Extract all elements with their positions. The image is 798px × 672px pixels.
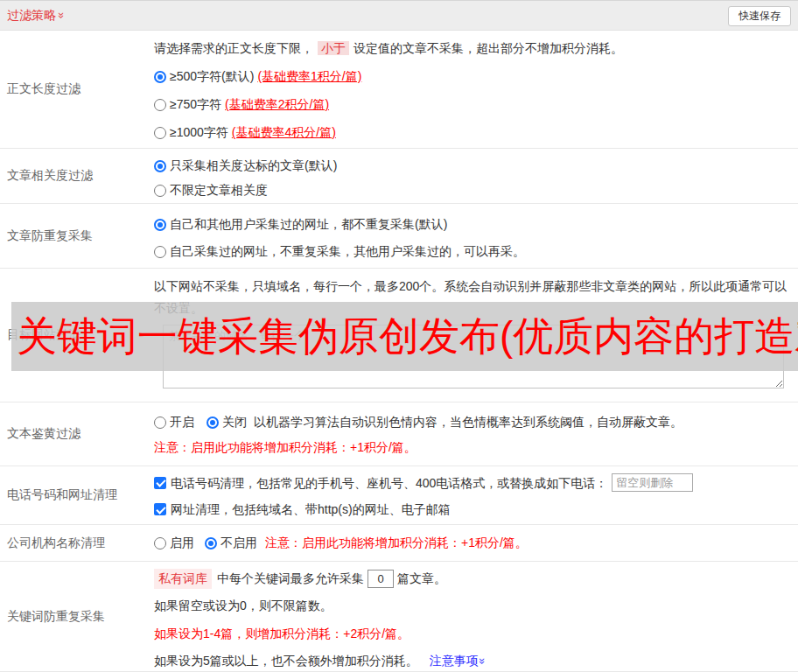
radio-selected-icon[interactable] (154, 160, 166, 172)
phone-clean-option[interactable]: 电话号码清理，包括常见的手机号、座机号、400电话格式，或替换成如下电话： (154, 473, 798, 492)
dedup-body: 自己和其他用户采集过的网址，都不重复采集(默认) 自己采集过的网址，不重复采集，… (154, 204, 798, 268)
radio-option-relevance-strict[interactable]: 只采集相关度达标的文章(默认) (154, 158, 798, 174)
radio-selected-icon[interactable] (154, 71, 166, 83)
company-clean-body: 启用 不启用 注意：启用此功能将增加积分消耗：+1积分/篇。 (154, 525, 798, 561)
notes-link-text: 注意事项 (430, 652, 479, 670)
option-label: 电话号码清理，包括常见的手机号、座机号、400电话格式，或替换成如下电话： (171, 474, 607, 492)
relevance-body: 只采集相关度达标的文章(默认) 不限定文章相关度 (154, 149, 798, 203)
section-label-text: 文本鉴黄过滤 (7, 426, 80, 442)
radio-option-porn-off[interactable]: 关闭 (206, 414, 247, 430)
option-label: 网址清理，包括纯域名、带http(s)的网址、电子邮箱 (171, 500, 451, 518)
section-label-text: 关键词防重复采集 (7, 609, 105, 625)
keyword-dedup-note-3-row: 如果设为5篇或以上，也不会额外增加积分消耗。 注意事项 » (154, 652, 798, 670)
replacement-phone-input[interactable] (612, 473, 693, 492)
chevron-down-icon: » (56, 12, 67, 18)
radio-option-dedup-global[interactable]: 自己和其他用户采集过的网址，都不重复采集(默认) (154, 216, 798, 233)
radio-option-company-off[interactable]: 不启用 (205, 535, 257, 551)
section-label-text: 文章防重复采集 (7, 228, 93, 244)
section-label-text: 正文长度过滤 (7, 81, 80, 97)
topbar: 过滤策略 » 快速保存 (0, 0, 798, 31)
option-label: ≥750字符 (170, 96, 221, 113)
radio-option-dedup-own[interactable]: 自己采集过的网址，不重复采集，其他用户采集过的，可以再采。 (154, 243, 798, 260)
section-label-text: 公司机构名称清理 (7, 536, 105, 551)
section-content-length: 正文长度过滤 请选择需求的正文长度下限，小于设定值的文章不采集，超出部分不增加积… (0, 31, 798, 149)
count-row-text: 中每个关键词最多允许采集 (217, 570, 364, 588)
porn-filter-description: 以机器学习算法自动识别色情内容，当色情概率达到系统阈值，自动屏蔽文章。 (254, 414, 682, 430)
option-fee-note: (基础费率4积分/篇) (232, 124, 336, 141)
keyword-dedup-body: 私有词库 中每个关键词最多允许采集 篇文章。 如果留空或设为0，则不限篇数。 如… (154, 562, 798, 671)
section-dedup: 文章防重复采集 自己和其他用户采集过的网址，都不重复采集(默认) 自己采集过的网… (0, 204, 798, 269)
section-label-text: 文章相关度过滤 (7, 168, 93, 184)
private-lexicon-badge: 私有词库 (154, 569, 212, 589)
option-fee-note: (基础费率2积分/篇) (225, 96, 329, 113)
company-clean-note: 注意：启用此功能将增加积分消耗：+1积分/篇。 (265, 535, 528, 551)
relevance-label: 文章相关度过滤 (0, 149, 154, 203)
radio-option-length-750[interactable]: ≥750字符 (基础费率2积分/篇) (154, 96, 798, 113)
url-clean-option[interactable]: 网址清理，包括纯域名、带http(s)的网址、电子邮箱 (154, 500, 798, 518)
option-label: ≥500字符(默认) (170, 68, 254, 85)
intro-text-pre: 请选择需求的正文长度下限， (154, 41, 313, 55)
site-filter-body: 以下网站不采集，只填域名，每行一个，最多200个。系统会自动识别并屏蔽那些非文章… (154, 269, 798, 402)
radio-unselected-icon[interactable] (154, 127, 166, 139)
radio-option-relevance-any[interactable]: 不限定文章相关度 (154, 182, 798, 199)
keyword-dedup-note-3: 如果设为5篇或以上，也不会额外增加积分消耗。 (154, 652, 418, 670)
section-keyword-dedup: 关键词防重复采集 私有词库 中每个关键词最多允许采集 篇文章。 如果留空或设为0… (0, 562, 798, 672)
company-clean-options: 启用 不启用 注意：启用此功能将增加积分消耗：+1积分/篇。 (154, 535, 798, 551)
intro-text-post: 设定值的文章不采集，超出部分不增加积分消耗。 (354, 41, 623, 55)
radio-unselected-icon[interactable] (154, 246, 166, 258)
section-relevance: 文章相关度过滤 只采集相关度达标的文章(默认) 不限定文章相关度 (0, 149, 798, 204)
radio-unselected-icon[interactable] (154, 99, 166, 111)
option-label: 不限定文章相关度 (170, 182, 268, 199)
chevron-down-icon: » (477, 658, 488, 664)
checkbox-checked-icon[interactable] (154, 503, 166, 515)
filter-strategy-title-toggle[interactable]: 过滤策略 » (7, 8, 65, 24)
porn-filter-label: 文本鉴黄过滤 (0, 402, 154, 466)
page-title: 过滤策略 (7, 8, 56, 24)
option-label: 启用 (170, 535, 194, 551)
radio-option-length-500[interactable]: ≥500字符(默认) (基础费率1积分/篇) (154, 68, 798, 85)
site-filter-label: 目标网站过滤 (0, 269, 154, 402)
company-clean-label: 公司机构名称清理 (0, 525, 154, 561)
content-length-body: 请选择需求的正文长度下限，小于设定值的文章不采集，超出部分不增加积分消耗。 ≥5… (154, 31, 798, 148)
max-articles-input[interactable] (368, 570, 394, 588)
phone-url-clean-body: 电话号码清理，包括常见的手机号、座机号、400电话格式，或替换成如下电话： 网址… (154, 466, 798, 524)
filter-strategy-page: 过滤策略 » 快速保存 正文长度过滤 请选择需求的正文长度下限，小于设定值的文章… (0, 0, 798, 672)
section-label-text: 电话号码和网址清理 (7, 487, 117, 503)
radio-option-length-1000[interactable]: ≥1000字符 (基础费率4积分/篇) (154, 124, 798, 141)
content-length-intro: 请选择需求的正文长度下限，小于设定值的文章不采集，超出部分不增加积分消耗。 (154, 31, 798, 57)
option-label: 关闭 (222, 414, 247, 430)
blocked-domains-textarea[interactable] (163, 325, 784, 388)
less-than-badge: 小于 (318, 41, 349, 55)
radio-unselected-icon[interactable] (154, 416, 166, 429)
porn-filter-options: 开启 关闭 以机器学习算法自动识别色情内容，当色情概率达到系统阈值，自动屏蔽文章… (154, 414, 798, 430)
section-company-clean: 公司机构名称清理 启用 不启用 注意：启用此功能将增加积分消耗：+1积分/篇。 (0, 525, 798, 562)
keyword-dedup-label: 关键词防重复采集 (0, 562, 154, 671)
radio-unselected-icon[interactable] (154, 185, 166, 197)
phone-url-clean-label: 电话号码和网址清理 (0, 466, 154, 524)
porn-filter-body: 开启 关闭 以机器学习算法自动识别色情内容，当色情概率达到系统阈值，自动屏蔽文章… (154, 402, 798, 466)
keyword-dedup-count-row: 私有词库 中每个关键词最多允许采集 篇文章。 (154, 569, 798, 589)
checkbox-checked-icon[interactable] (154, 477, 166, 489)
keyword-dedup-note-1: 如果留空或设为0，则不限篇数。 (154, 597, 798, 615)
radio-option-company-on[interactable]: 启用 (154, 535, 194, 551)
section-phone-url-clean: 电话号码和网址清理 电话号码清理，包括常见的手机号、座机号、400电话格式，或替… (0, 466, 798, 525)
quick-save-button[interactable]: 快速保存 (728, 6, 791, 26)
content-length-label: 正文长度过滤 (0, 31, 154, 148)
radio-selected-icon[interactable] (205, 537, 217, 550)
option-label: 自己采集过的网址，不重复采集，其他用户采集过的，可以再采。 (170, 243, 525, 260)
radio-selected-icon[interactable] (154, 219, 166, 231)
option-fee-note: (基础费率1积分/篇) (257, 68, 361, 85)
section-site-filter: 目标网站过滤 以下网站不采集，只填域名，每行一个，最多200个。系统会自动识别并… (0, 269, 798, 402)
option-label: 自己和其他用户采集过的网址，都不重复采集(默认) (170, 216, 447, 233)
option-label: 开启 (170, 414, 194, 430)
option-label: ≥1000字符 (170, 124, 228, 141)
section-porn-filter: 文本鉴黄过滤 开启 关闭 以机器学习算法自动识别色情内容，当色情概率达到系统阈值… (0, 402, 798, 466)
count-row-suffix: 篇文章。 (397, 570, 446, 588)
radio-option-porn-on[interactable]: 开启 (154, 414, 194, 430)
option-label: 只采集相关度达标的文章(默认) (170, 158, 337, 174)
radio-selected-icon[interactable] (206, 416, 219, 429)
keyword-dedup-note-2: 如果设为1-4篇，则增加积分消耗：+2积分/篇。 (154, 625, 798, 643)
porn-filter-note: 注意：启用此功能将增加积分消耗：+1积分/篇。 (154, 439, 798, 456)
notes-link[interactable]: 注意事项 » (430, 652, 486, 670)
radio-unselected-icon[interactable] (154, 537, 166, 550)
